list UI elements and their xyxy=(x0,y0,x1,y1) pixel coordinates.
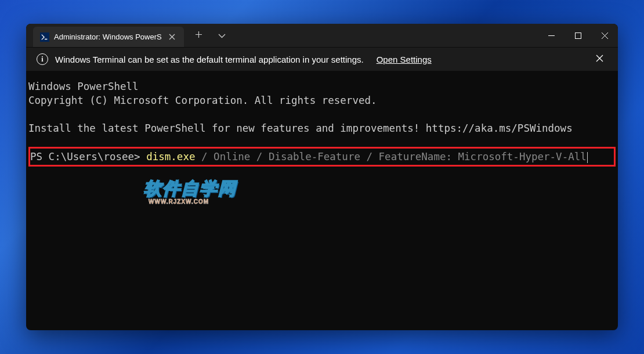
output-line xyxy=(28,107,616,121)
powershell-icon xyxy=(40,32,49,42)
terminal-window: Administrator: Windows PowerS xyxy=(26,24,618,330)
close-button[interactable] xyxy=(591,24,618,47)
new-tab-button[interactable] xyxy=(191,30,207,41)
tab-title: Administrator: Windows PowerS xyxy=(54,32,162,41)
tab-dropdown-button[interactable] xyxy=(214,30,230,41)
terminal-output[interactable]: Windows PowerShell Copyright (C) Microso… xyxy=(26,71,618,330)
titlebar: Administrator: Windows PowerS xyxy=(26,24,618,47)
tab-close-button[interactable] xyxy=(167,31,178,43)
notification-text: Windows Terminal can be set as the defau… xyxy=(55,55,364,64)
command-executable: dism.exe xyxy=(146,151,195,162)
output-line: Windows PowerShell xyxy=(28,80,616,93)
command-args: / Online / Disable-Feature / FeatureName… xyxy=(195,151,586,162)
maximize-button[interactable] xyxy=(565,24,591,47)
output-line: Install the latest PowerShell for new fe… xyxy=(28,121,616,135)
window-controls xyxy=(538,24,618,47)
command-highlight-box: PS C:\Users\rosee> dism.exe / Online / D… xyxy=(28,147,616,167)
text-cursor xyxy=(587,152,588,163)
titlebar-actions xyxy=(191,24,230,47)
open-settings-link[interactable]: Open Settings xyxy=(377,55,432,64)
active-tab[interactable]: Administrator: Windows PowerS xyxy=(33,27,184,47)
minimize-button[interactable] xyxy=(538,24,565,47)
output-line: Copyright (C) Microsoft Corporation. All… xyxy=(28,93,616,107)
notification-close-button[interactable] xyxy=(591,54,607,64)
info-icon: i xyxy=(37,53,48,65)
prompt-prefix: PS C:\Users\rosee> xyxy=(30,151,146,162)
notification-bar: i Windows Terminal can be set as the def… xyxy=(26,47,618,71)
svg-rect-6 xyxy=(575,32,581,38)
prompt-line: PS C:\Users\rosee> dism.exe / Online / D… xyxy=(30,150,614,164)
